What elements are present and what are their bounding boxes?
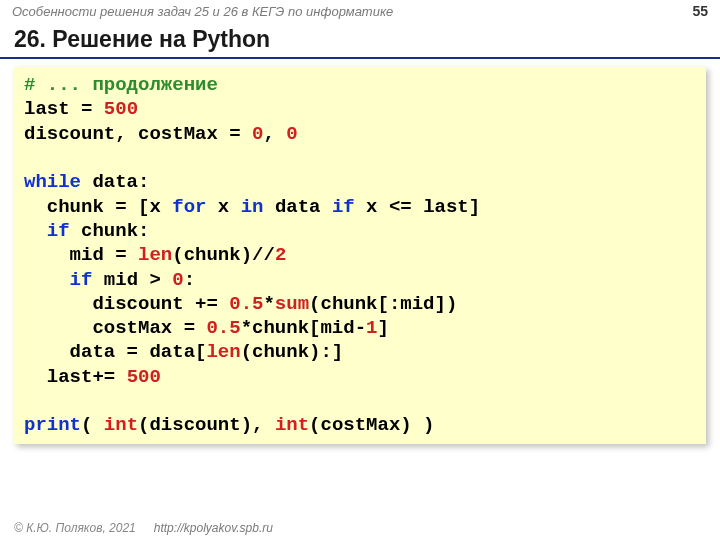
code-text: chunk: [70,220,150,242]
code-text [24,220,47,242]
code-builtin: len [206,341,240,363]
code-number: 2 [275,244,286,266]
code-text [24,269,70,291]
code-block: # ... продолжение last = 500 discount, c… [14,67,706,444]
code-text: discount, costMax = [24,123,252,145]
page-number: 55 [692,3,708,19]
code-text: (chunk)// [172,244,275,266]
code-text: mid > [92,269,172,291]
code-text: : [184,269,195,291]
code-keyword: if [47,220,70,242]
code-builtin: int [104,414,138,436]
subject-line: Особенности решения задач 25 и 26 в КЕГЭ… [12,4,393,19]
code-text: *chunk[mid- [241,317,366,339]
footer: © К.Ю. Поляков, 2021 http://kpolyakov.sp… [0,516,720,540]
code-number: 0 [286,123,297,145]
page-title: 26. Решение на Python [0,22,720,55]
topbar: Особенности решения задач 25 и 26 в КЕГЭ… [0,0,720,22]
code-number: 0 [252,123,263,145]
code-builtin: len [138,244,172,266]
code-number: 500 [104,98,138,120]
code-text: ( [81,414,104,436]
code-keyword: in [241,196,264,218]
code-text: discount += [24,293,229,315]
code-text: data = data[ [24,341,206,363]
slide: Особенности решения задач 25 и 26 в КЕГЭ… [0,0,720,540]
code-builtin: int [275,414,309,436]
code-text: x [206,196,240,218]
code-text: mid = [24,244,138,266]
code-text: * [263,293,274,315]
code-builtin: sum [275,293,309,315]
code-text: (chunk[:mid]) [309,293,457,315]
code-number: 500 [127,366,161,388]
code-text: (chunk):] [241,341,344,363]
code-number: 0.5 [206,317,240,339]
code-number: 0 [172,269,183,291]
code-comment: # ... продолжение [24,74,218,96]
code-text: ] [377,317,388,339]
code-text: last = [24,98,104,120]
content: # ... продолжение last = 500 discount, c… [0,59,720,516]
code-number: 0.5 [229,293,263,315]
code-keyword: print [24,414,81,436]
code-text: last+= [24,366,127,388]
code-keyword: if [332,196,355,218]
code-text: data [263,196,331,218]
code-number: 1 [366,317,377,339]
code-text: costMax = [24,317,206,339]
code-text: (costMax) ) [309,414,434,436]
copyright: © К.Ю. Поляков, 2021 [14,521,136,535]
code-text: (discount), [138,414,275,436]
code-text: x <= last] [355,196,480,218]
code-keyword: while [24,171,81,193]
code-keyword: if [70,269,93,291]
code-text: data: [81,171,149,193]
code-text: , [263,123,286,145]
code-text: chunk = [x [24,196,172,218]
footer-url: http://kpolyakov.spb.ru [154,521,273,535]
code-keyword: for [172,196,206,218]
